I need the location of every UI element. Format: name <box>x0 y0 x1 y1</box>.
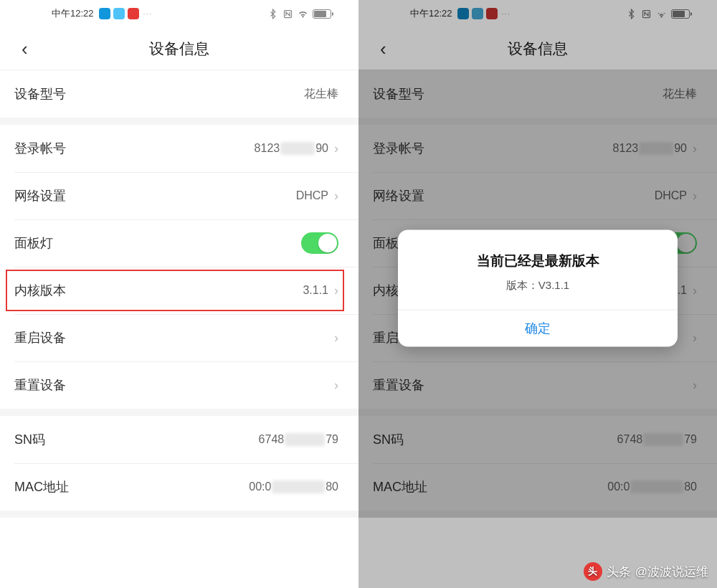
nav-header: ‹ 设备信息 <box>0 27 358 70</box>
status-bar: 中午12:22 ··· <box>358 0 717 27</box>
row-value: 00:0x:xx:xx:xx:80 <box>607 480 697 493</box>
row-value: 3.1.1 <box>303 284 328 297</box>
dialog-subtitle: 版本：V3.1.1 <box>412 278 663 292</box>
row-label: MAC地址 <box>373 478 427 495</box>
back-button[interactable]: ‹ <box>22 37 28 60</box>
nfc-icon <box>282 9 293 19</box>
section-divider <box>358 511 717 518</box>
wifi-icon <box>656 9 667 19</box>
row-sn-code: SN码 6748xxxxxxx79 <box>358 416 717 463</box>
row-login-account[interactable]: 登录帐号 8123xxxxxx90 › <box>358 125 717 172</box>
page-title: 设备信息 <box>508 39 568 59</box>
row-label: SN码 <box>373 431 404 448</box>
row-mac-address: MAC地址 00:0x:xx:xx:xx:80 <box>358 463 717 511</box>
row-reset-device[interactable]: 重置设备 › <box>0 361 358 409</box>
watermark: 头 头条 @波波说运维 <box>584 562 708 581</box>
row-value: DHCP <box>296 189 328 202</box>
row-restart-device[interactable]: 重启设备 › <box>0 314 358 361</box>
row-sn-code: SN码 6748xxxxxxx79 <box>0 416 358 463</box>
section-divider <box>0 409 358 416</box>
chevron-right-icon: › <box>334 284 338 297</box>
row-value: 花生棒 <box>304 87 338 102</box>
bluetooth-icon <box>267 9 278 19</box>
row-mac-address: MAC地址 00:0x:xx:xx:xx:80 <box>0 463 358 511</box>
back-button[interactable]: ‹ <box>380 37 386 60</box>
status-time: 中午12:22 <box>410 7 452 20</box>
row-label: 重置设备 <box>14 376 66 394</box>
row-label: 内核版本 <box>14 282 66 299</box>
app-badge-icon <box>486 8 498 19</box>
row-kernel-version[interactable]: 内核版本 3.1.1 › <box>0 267 358 314</box>
chevron-right-icon: › <box>334 379 338 392</box>
row-value: DHCP <box>655 189 687 202</box>
toggle-knob <box>318 234 337 252</box>
watermark-text: @波波说运维 <box>635 564 708 580</box>
row-label: 登录帐号 <box>373 140 424 157</box>
status-more-icon: ··· <box>502 9 511 18</box>
chevron-right-icon: › <box>334 142 338 155</box>
app-badge-icon <box>99 8 110 19</box>
row-label: MAC地址 <box>14 478 69 495</box>
status-left: 中午12:22 ··· <box>52 7 152 20</box>
settings-list: 设备型号 花生棒 登录帐号 8123xxxxxx90 › 网络设置 DHCP ›… <box>0 70 358 518</box>
page-title: 设备信息 <box>149 39 209 59</box>
version-dialog: 当前已经是最新版本 版本：V3.1.1 确定 <box>398 229 678 346</box>
row-label: 面板灯 <box>14 234 53 252</box>
row-label: 设备型号 <box>14 85 66 103</box>
status-left: 中午12:22 ··· <box>410 7 511 20</box>
bluetooth-icon <box>626 9 637 19</box>
phone-screen-right: 中午12:22 ··· ‹ 设备信息 设备型号 花生棒 登录帐号 8123xxx… <box>358 0 717 588</box>
app-badge-icon <box>113 8 125 19</box>
chevron-right-icon: › <box>693 189 697 202</box>
row-value: 00:0x:xx:xx:xx:80 <box>249 480 338 493</box>
row-label: 重置设备 <box>373 376 424 394</box>
section-divider <box>0 118 358 125</box>
row-device-model[interactable]: 设备型号 花生棒 <box>0 70 358 118</box>
row-device-model[interactable]: 设备型号 花生棒 <box>358 70 717 118</box>
nav-header: ‹ 设备信息 <box>358 27 717 70</box>
row-reset-device[interactable]: 重置设备 › <box>358 361 717 409</box>
nfc-icon <box>641 9 652 19</box>
status-right <box>626 9 690 19</box>
row-label: SN码 <box>14 431 45 448</box>
app-badge-icon <box>128 8 139 19</box>
panel-light-toggle[interactable] <box>301 232 338 254</box>
row-label: 登录帐号 <box>14 140 66 157</box>
watermark-logo-icon: 头 <box>584 562 602 581</box>
toggle-knob <box>677 234 695 252</box>
wifi-icon <box>298 9 308 19</box>
dialog-confirm-button[interactable]: 确定 <box>398 309 678 346</box>
row-label: 重启设备 <box>14 329 66 346</box>
chevron-right-icon: › <box>693 331 697 344</box>
row-login-account[interactable]: 登录帐号 8123xxxxxx90 › <box>0 125 358 172</box>
phone-screen-left: 中午12:22 ··· ‹ 设备信息 设备型号 花生棒 登录帐号 8123xxx… <box>0 0 358 588</box>
battery-icon <box>671 9 690 19</box>
status-time: 中午12:22 <box>52 7 94 20</box>
row-label: 网络设置 <box>373 187 424 204</box>
watermark-prefix: 头条 <box>607 564 631 580</box>
chevron-right-icon: › <box>693 284 697 297</box>
row-label: 网络设置 <box>14 187 66 204</box>
row-value: 6748xxxxxxx79 <box>617 433 697 446</box>
row-network-settings[interactable]: 网络设置 DHCP › <box>0 172 358 219</box>
section-divider <box>358 118 717 125</box>
status-more-icon: ··· <box>143 9 152 18</box>
chevron-right-icon: › <box>693 142 697 155</box>
app-badge-icon <box>472 8 483 19</box>
section-divider <box>358 409 717 416</box>
app-badge-icon <box>457 8 469 19</box>
row-value: 8123xxxxxx90 <box>255 142 328 155</box>
row-panel-light: 面板灯 <box>0 219 358 267</box>
chevron-right-icon: › <box>334 189 338 202</box>
row-value: 花生棒 <box>663 87 697 102</box>
dialog-title: 当前已经是最新版本 <box>412 251 663 270</box>
chevron-right-icon: › <box>334 331 338 344</box>
row-label: 设备型号 <box>373 85 424 103</box>
battery-icon <box>313 9 331 19</box>
section-divider <box>0 511 358 518</box>
row-value: 8123xxxxxx90 <box>613 142 687 155</box>
row-value: 6748xxxxxxx79 <box>259 433 338 446</box>
chevron-right-icon: › <box>693 379 697 392</box>
row-network-settings[interactable]: 网络设置 DHCP › <box>358 172 717 219</box>
status-bar: 中午12:22 ··· <box>0 0 358 27</box>
